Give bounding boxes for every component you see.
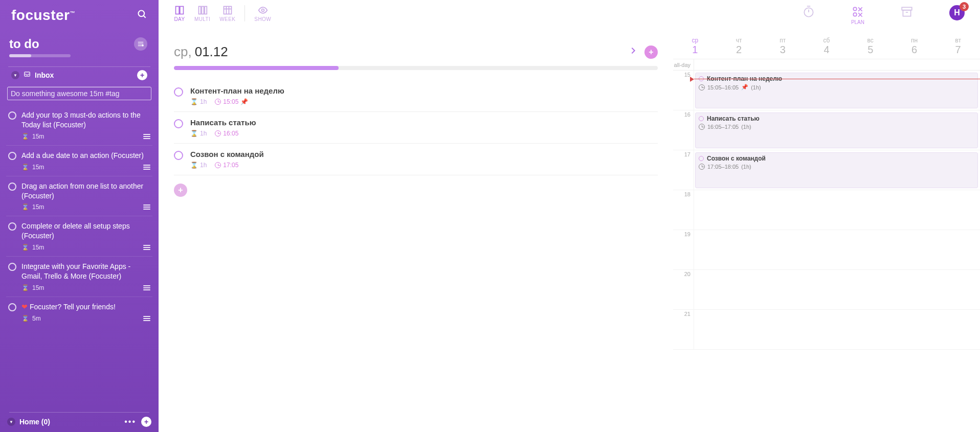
week-day[interactable]: вт7 [936,37,980,56]
avatar[interactable]: H 3 [949,5,965,20]
notification-badge: 3 [960,2,969,11]
week-day[interactable]: пн6 [893,37,937,56]
todo-radio[interactable] [8,111,16,120]
event-radio[interactable] [699,116,704,121]
notes-icon[interactable] [143,245,150,250]
todo-list: Add your top 3 must-do actions to the To… [0,105,159,407]
add-inbox-button[interactable]: + [137,70,147,80]
notes-icon[interactable] [143,285,150,290]
task-row[interactable]: Контент-план на неделю⌛1h15:05 📌 [174,80,658,112]
hour-cell[interactable]: Контент-план на неделю15:05–16:05📌(1h) [694,71,980,110]
hour-label: 17 [673,150,694,190]
inbox-icon [24,71,31,80]
hour-cell[interactable] [694,310,980,349]
svg-point-21 [853,13,857,16]
date-heading: ср, 01.12 [174,44,622,60]
tab-show[interactable]: SHOW [254,5,271,22]
clock-icon [215,99,221,105]
calendar-pane: PLAN H 3 ср1чт2пт3сб4вс5пн6вт7 all-day 1… [673,0,980,432]
svg-point-20 [853,7,857,10]
calendar-event[interactable]: Созвон с командой17:05–18:05(1h) [695,152,978,188]
hourglass-icon: ⌛ [21,164,29,171]
todo-text: Drag an action from one list to another … [21,181,150,201]
hourglass-icon: ⌛ [21,284,29,291]
todo-radio[interactable] [8,183,16,191]
event-time: 15:05–16:05 [707,84,739,90]
chevron-down-icon[interactable]: ▼ [11,71,19,79]
hour-label: 18 [673,190,694,230]
tab-day[interactable]: DAY [174,5,185,22]
task-radio[interactable] [174,87,183,97]
timer-button[interactable] [802,5,815,25]
week-day[interactable]: пт3 [761,37,805,56]
week-day[interactable]: чт2 [717,37,761,56]
week-day[interactable]: ср1 [673,37,717,56]
hourglass-icon: ⌛ [190,130,198,137]
hour-cell[interactable]: Созвон с командой17:05–18:05(1h) [694,150,980,190]
archive-button[interactable] [900,5,914,25]
hour-row: 20 [673,270,980,310]
todo-radio[interactable] [8,222,16,231]
week-day-number: 5 [849,44,893,56]
week-day-label: чт [717,37,761,44]
hour-row: 16Написать статью16:05–17:05(1h) [673,110,980,150]
notes-icon[interactable] [143,165,150,170]
todo-radio[interactable] [8,152,16,160]
svg-rect-10 [202,7,204,14]
todo-radio[interactable] [8,303,16,311]
task-row[interactable]: Написать статью⌛1h16:05 [174,112,658,144]
task-time: 15:05 [223,98,238,105]
sidebar-settings-button[interactable] [134,37,147,51]
search-icon[interactable] [137,9,147,22]
week-day[interactable]: вс5 [849,37,893,56]
notes-icon[interactable] [143,316,150,321]
event-duration: (1h) [741,124,751,130]
svg-point-0 [139,10,145,16]
sidebar-progress [9,54,71,57]
hour-cell[interactable]: Написать статью16:05–17:05(1h) [694,110,980,150]
todo-radio[interactable] [8,263,16,271]
task-title: Контент-план на неделю [190,86,658,95]
task-radio[interactable] [174,151,183,160]
tab-week[interactable]: WEEK [219,5,235,22]
add-task-inline-button[interactable]: + [174,184,187,197]
todo-item[interactable]: Integrate with your Favorite Apps - Gmai… [6,257,152,297]
hour-cell[interactable] [694,270,980,309]
todo-item[interactable]: Drag an action from one list to another … [6,176,152,217]
week-day[interactable]: сб4 [805,37,849,56]
hour-label: 21 [673,310,694,349]
add-home-button[interactable]: + [141,417,151,427]
task-radio[interactable] [174,119,183,128]
todo-duration: 15m [32,203,44,211]
event-duration: (1h) [751,84,761,90]
svg-rect-12 [224,7,231,14]
todo-text: Integrate with your Favorite Apps - Gmai… [21,262,150,281]
pin-icon: 📌 [240,98,248,105]
tab-multi[interactable]: MULTI [194,5,210,22]
calendar-body[interactable]: 15Контент-план на неделю15:05–16:05📌(1h)… [673,71,980,432]
todo-text: Complete or delete all setup steps (Focu… [21,221,150,241]
chevron-down-icon[interactable]: ▼ [7,418,15,426]
notes-icon[interactable] [143,134,150,139]
event-radio[interactable] [699,156,704,161]
hour-row: 21 [673,310,980,350]
add-day-task-button[interactable]: + [644,46,658,59]
more-icon[interactable]: ••• [124,417,136,426]
hour-cell[interactable] [694,190,980,230]
calendar-event[interactable]: Написать статью16:05–17:05(1h) [695,112,978,148]
plan-button[interactable]: PLAN [851,5,864,25]
todo-item[interactable]: Add your top 3 must-do actions to the To… [6,105,152,146]
todo-item[interactable]: Complete or delete all setup steps (Focu… [6,216,152,257]
hour-cell[interactable] [694,230,980,269]
week-day-number: 2 [717,44,761,56]
logo: focuster™ [11,7,75,24]
todo-item[interactable]: ❤Focuster? Tell your friends!⌛5m [6,297,152,327]
task-row[interactable]: Созвон с командой⌛1h17:05 [174,144,658,175]
calendar-event[interactable]: Контент-план на неделю15:05–16:05📌(1h) [695,73,978,108]
next-day-button[interactable] [629,47,637,57]
new-todo-input[interactable] [7,87,151,100]
todo-duration: 15m [32,164,44,171]
event-time: 17:05–18:05 [707,164,739,170]
todo-item[interactable]: Add a due date to an action (Focuster)⌛1… [6,146,152,176]
notes-icon[interactable] [143,204,150,210]
